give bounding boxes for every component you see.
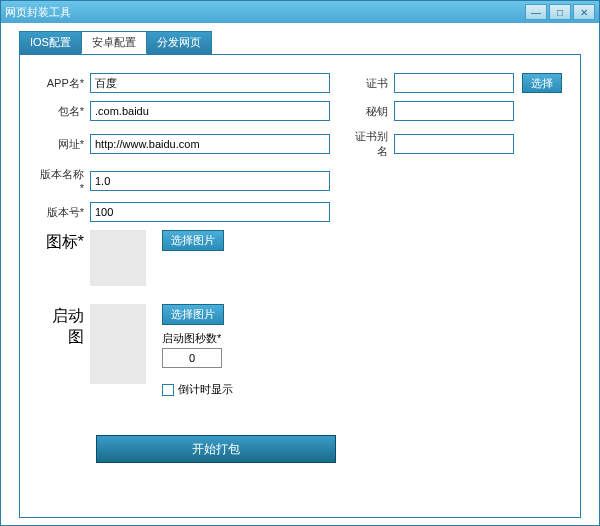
row-versionname: 版本名称* — [38, 167, 562, 194]
label-appname: APP名* — [38, 76, 90, 91]
label-countdown: 倒计时显示 — [178, 382, 233, 397]
app-window: 网页封装工具 — □ ✕ IOS配置 安卓配置 分发网页 APP名* 证书 选择… — [0, 0, 600, 526]
label-splash: 启动图 — [38, 304, 90, 348]
input-package[interactable] — [90, 101, 330, 121]
button-icon-select[interactable]: 选择图片 — [162, 230, 224, 251]
row-versioncode: 版本号* — [38, 202, 562, 222]
input-url[interactable] — [90, 134, 330, 154]
content-area: IOS配置 安卓配置 分发网页 APP名* 证书 选择 包名* 秘钥 网址* — [1, 23, 599, 525]
section-splash: 启动图 选择图片 启动图秒数* 倒计时显示 — [38, 304, 562, 397]
window-controls: — □ ✕ — [525, 4, 595, 20]
tab-bar: IOS配置 安卓配置 分发网页 — [19, 31, 599, 54]
button-cert-select[interactable]: 选择 — [522, 73, 562, 93]
section-icon: 图标* 选择图片 — [38, 230, 562, 286]
row-appname: APP名* 证书 选择 — [38, 73, 562, 93]
icon-preview[interactable] — [90, 230, 146, 286]
input-secretkey[interactable] — [394, 101, 514, 121]
tab-android[interactable]: 安卓配置 — [81, 31, 147, 54]
row-package: 包名* 秘钥 — [38, 101, 562, 121]
input-certalias[interactable] — [394, 134, 514, 154]
maximize-button[interactable]: □ — [549, 4, 571, 20]
label-certalias: 证书别名 — [350, 129, 394, 159]
input-versionname[interactable] — [90, 171, 330, 191]
tab-ios[interactable]: IOS配置 — [19, 31, 82, 54]
minimize-button[interactable]: — — [525, 4, 547, 20]
label-splash-seconds: 启动图秒数* — [162, 331, 221, 346]
input-splash-seconds[interactable] — [162, 348, 222, 368]
label-secretkey: 秘钥 — [350, 104, 394, 119]
close-button[interactable]: ✕ — [573, 4, 595, 20]
titlebar: 网页封装工具 — □ ✕ — [1, 1, 599, 23]
button-build[interactable]: 开始打包 — [96, 435, 336, 463]
button-splash-select[interactable]: 选择图片 — [162, 304, 224, 325]
label-package: 包名* — [38, 104, 90, 119]
config-panel: APP名* 证书 选择 包名* 秘钥 网址* 证书别名 版本名称* — [19, 54, 581, 518]
row-countdown: 倒计时显示 — [162, 382, 233, 397]
label-cert: 证书 — [350, 76, 394, 91]
splash-preview[interactable] — [90, 304, 146, 384]
window-title: 网页封装工具 — [5, 5, 525, 20]
tab-distribute[interactable]: 分发网页 — [146, 31, 212, 54]
input-versioncode[interactable] — [90, 202, 330, 222]
label-icon: 图标* — [38, 230, 90, 253]
label-url: 网址* — [38, 137, 90, 152]
input-cert[interactable] — [394, 73, 514, 93]
input-appname[interactable] — [90, 73, 330, 93]
row-url: 网址* 证书别名 — [38, 129, 562, 159]
checkbox-countdown[interactable] — [162, 384, 174, 396]
label-versionname: 版本名称* — [38, 167, 90, 194]
label-versioncode: 版本号* — [38, 205, 90, 220]
